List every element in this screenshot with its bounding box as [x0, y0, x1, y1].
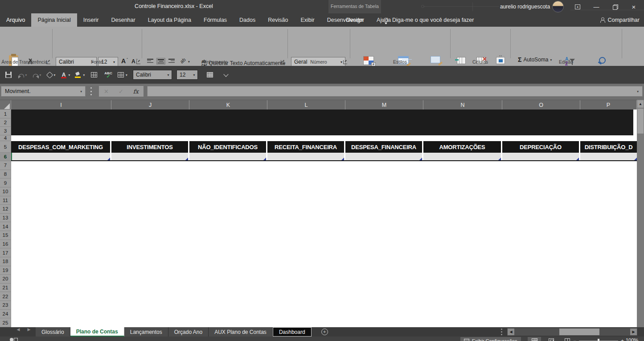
name-box-dropdown-icon[interactable]: ▾	[80, 89, 82, 93]
dark-fill-cells[interactable]	[11, 110, 633, 118]
shape-select-button[interactable]: ▾	[45, 69, 57, 81]
cancel-button[interactable]: ✕	[104, 88, 109, 95]
qat-font-name-combo[interactable]: Calibri▾	[133, 70, 172, 80]
column-header-L[interactable]: L	[267, 100, 345, 110]
sheet-nav-right-button[interactable]: ▶	[23, 327, 35, 332]
column-header-P[interactable]: P	[580, 100, 637, 110]
new-sheet-button[interactable]: +	[321, 329, 328, 335]
row-header-22[interactable]: 22	[0, 292, 11, 301]
font-dialog-launcher[interactable]	[136, 60, 140, 64]
display-settings-button[interactable]: Exibir Configurações	[460, 337, 521, 341]
row-header-15[interactable]: 15	[0, 231, 11, 240]
save-button[interactable]	[3, 69, 14, 81]
formula-input[interactable]: ▾	[147, 86, 643, 97]
scroll-up-button[interactable]: ▲	[637, 100, 644, 108]
row-header-25[interactable]: 25	[0, 318, 11, 327]
vertical-scrollbar[interactable]: ▲	[637, 100, 644, 327]
sheet-tab-or-ado-ano[interactable]: Orçado Ano	[168, 327, 209, 337]
ribbon-tab-inserir[interactable]: Inserir	[77, 13, 105, 27]
row-header-14[interactable]: 14	[0, 222, 11, 231]
table-data-cell[interactable]	[423, 153, 502, 160]
zoom-in-button[interactable]: +	[621, 338, 624, 341]
redo-button[interactable]: ▾	[31, 69, 43, 81]
sheet-tab-dashboard[interactable]: Dashboard	[273, 327, 312, 337]
table-data-cell[interactable]	[580, 153, 637, 160]
name-box[interactable]: Moviment. ▾	[1, 86, 86, 97]
clipboard-dialog-launcher[interactable]	[46, 60, 50, 64]
share-button[interactable]: Compartilhar	[600, 13, 640, 27]
row-header-20[interactable]: 20	[0, 275, 11, 284]
horizontal-scrollbar[interactable]: ◀ ▶	[507, 328, 637, 336]
row-header-21[interactable]: 21	[0, 284, 11, 292]
row-header-11[interactable]: 11	[0, 196, 11, 205]
table-data-cell[interactable]	[11, 153, 111, 160]
row-header-2[interactable]: 2	[0, 118, 11, 127]
vertical-scroll-thumb[interactable]	[637, 109, 644, 134]
insert-function-button[interactable]: fx	[133, 88, 139, 95]
table-data-cell[interactable]	[111, 153, 189, 160]
ribbon-tab-layout[interactable]: Layout da Página	[142, 13, 197, 27]
ribbon-tab-arquivo[interactable]: Arquivo	[0, 13, 31, 27]
dark-fill-cells[interactable]	[11, 127, 633, 135]
ribbon-tab-exibir[interactable]: Exibir	[294, 13, 320, 27]
sheet-tab-lan-amentos[interactable]: Lançamentos	[124, 327, 168, 337]
row-header-3[interactable]: 3	[0, 127, 11, 135]
ribbon-tab-revisao[interactable]: Revisão	[262, 13, 294, 27]
row-header-10[interactable]: 10	[0, 187, 11, 196]
macro-record-icon[interactable]	[10, 337, 17, 341]
qat-borders-button[interactable]: ▾	[117, 69, 128, 81]
formula-bar-expand-icon[interactable]: ▾	[637, 89, 639, 93]
row-header-5[interactable]: 5	[0, 141, 11, 153]
tell-me-box[interactable]: Diga-me o que você deseja fazer	[383, 13, 474, 27]
column-header-I[interactable]: I	[11, 100, 111, 110]
normal-view-button[interactable]	[528, 337, 541, 341]
row-header-13[interactable]: 13	[0, 214, 11, 223]
zoom-out-button[interactable]: −	[573, 338, 576, 341]
table-data-cell[interactable]	[267, 153, 345, 160]
table-data-cell[interactable]	[502, 153, 580, 160]
row-header-8[interactable]: 8	[0, 170, 11, 179]
ribbon-tab-pagina-inicial[interactable]: Página Inicial	[31, 13, 77, 27]
ribbon-tab-formulas[interactable]: Fórmulas	[197, 13, 233, 27]
ribbon-display-options-button[interactable]: ▴	[569, 0, 587, 13]
qat-font-color-button[interactable]: A▾	[60, 69, 71, 81]
sheet-tab-plano-de-contas[interactable]: Plano de Contas	[70, 327, 124, 337]
table-header-cell[interactable]: AMORTIZAÇÕES	[423, 141, 502, 153]
column-header-M[interactable]: M	[345, 100, 423, 110]
restore-button[interactable]	[606, 0, 624, 13]
qat-paste-table-button[interactable]	[88, 69, 100, 81]
avatar[interactable]	[552, 1, 564, 12]
table-header-cell[interactable]: INVESTIMENTOS	[111, 141, 189, 153]
spelling-button[interactable]: ABC✓	[103, 69, 114, 81]
ribbon-tab-dados[interactable]: Dados	[233, 13, 262, 27]
table-header-cell[interactable]: NÃO_IDENTIFICADOS	[189, 141, 267, 153]
ribbon-tab-design[interactable]: Design	[328, 13, 381, 27]
undo-button[interactable]: ▾	[17, 69, 29, 81]
number-dialog-launcher[interactable]	[343, 60, 347, 64]
row-header-4[interactable]: 4	[0, 135, 11, 141]
qat-customize-button[interactable]	[220, 69, 232, 81]
table-header-cell[interactable]: DESPESA_FINANCEIRA	[345, 141, 423, 153]
column-header-K[interactable]: K	[189, 100, 267, 110]
table-data-cell[interactable]	[345, 153, 423, 160]
enter-button[interactable]: ✓	[119, 88, 123, 95]
row-header-9[interactable]: 9	[0, 179, 11, 187]
table-header-cell[interactable]: DEPRECIAÇÃO	[502, 141, 580, 153]
table-header-cell[interactable]: RECEITA_FINANCEIRA	[267, 141, 345, 153]
table-data-cell[interactable]	[189, 153, 267, 160]
zoom-level[interactable]: 100%	[626, 337, 638, 341]
scroll-right-button[interactable]: ▶	[630, 329, 637, 335]
tab-strip-resize-handle[interactable]	[501, 328, 503, 336]
horizontal-scroll-thumb[interactable]	[559, 329, 599, 335]
table-header-cell[interactable]: DISTRIBUIÇÃO_D	[580, 141, 637, 153]
column-header-N[interactable]: N	[423, 100, 502, 110]
sheet-nav-left-button[interactable]: ◀	[12, 327, 24, 332]
user-name[interactable]: aurelio rodriguescota	[500, 4, 550, 10]
page-break-view-button[interactable]	[561, 337, 574, 341]
row-header-23[interactable]: 23	[0, 301, 11, 310]
column-header-J[interactable]: J	[111, 100, 189, 110]
row-header-7[interactable]: 7	[0, 161, 11, 170]
row-header-1[interactable]: 1	[0, 110, 11, 118]
qat-cell-format-button[interactable]	[204, 69, 216, 81]
alignment-dialog-launcher[interactable]	[281, 60, 285, 64]
